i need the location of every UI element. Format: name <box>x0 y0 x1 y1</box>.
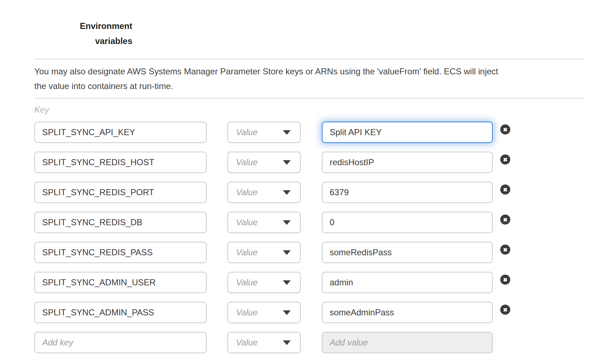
value-input[interactable] <box>322 212 493 233</box>
chevron-down-icon <box>283 160 291 165</box>
env-var-row: Value <box>34 332 600 353</box>
env-var-row: Value ✖ <box>34 302 600 323</box>
type-dropdown-label: Value <box>236 187 258 197</box>
remove-row-button[interactable]: ✖ <box>500 305 510 315</box>
type-dropdown-label: Value <box>236 217 258 227</box>
env-var-row: Value ✖ <box>34 242 600 263</box>
remove-row-button[interactable]: ✖ <box>500 124 510 134</box>
env-var-row: Value ✖ <box>34 182 600 203</box>
remove-row-button[interactable]: ✖ <box>500 215 510 225</box>
type-dropdown-label: Value <box>236 277 258 287</box>
type-dropdown[interactable]: Value <box>227 122 301 143</box>
remove-row-button[interactable]: ✖ <box>500 154 510 164</box>
key-input[interactable] <box>34 242 207 263</box>
add-value-input <box>322 332 493 353</box>
env-var-row: Value ✖ <box>34 152 600 173</box>
key-input[interactable] <box>34 212 207 233</box>
key-input[interactable] <box>34 182 207 203</box>
chevron-down-icon <box>283 310 291 315</box>
x-circle-icon: ✖ <box>503 277 508 282</box>
type-dropdown[interactable]: Value <box>227 242 301 263</box>
env-var-row: Value ✖ <box>34 122 600 143</box>
description-line-1: You may also designate AWS Systems Manag… <box>34 64 585 79</box>
x-circle-icon: ✖ <box>503 217 508 222</box>
value-input[interactable] <box>322 122 493 143</box>
type-dropdown-label: Value <box>236 157 258 167</box>
type-dropdown-label: Value <box>236 338 258 348</box>
section-description: You may also designate AWS Systems Manag… <box>34 64 585 93</box>
type-dropdown[interactable]: Value <box>227 182 301 203</box>
value-input[interactable] <box>322 152 493 173</box>
type-dropdown[interactable]: Value <box>227 212 301 233</box>
type-dropdown[interactable]: Value <box>227 302 301 323</box>
type-dropdown-label: Value <box>236 247 258 257</box>
key-input[interactable] <box>34 152 207 173</box>
x-circle-icon: ✖ <box>503 247 508 252</box>
value-input[interactable] <box>322 182 493 203</box>
type-dropdown[interactable]: Value <box>227 272 301 293</box>
env-var-rows: Value ✖ Value ✖ Value ✖ Value ✖ <box>34 122 600 353</box>
env-var-row: Value ✖ <box>34 272 600 293</box>
key-input[interactable] <box>34 302 207 323</box>
env-var-row: Value ✖ <box>34 212 600 233</box>
add-key-input[interactable] <box>34 332 207 353</box>
key-input[interactable] <box>34 272 207 293</box>
type-dropdown[interactable]: Value <box>227 332 301 353</box>
chevron-down-icon <box>283 280 291 285</box>
x-circle-icon: ✖ <box>503 187 508 192</box>
x-circle-icon: ✖ <box>503 127 508 132</box>
value-input[interactable] <box>322 272 493 293</box>
type-dropdown-label: Value <box>236 127 258 137</box>
description-line-2: the value into containers at run-time. <box>34 79 585 93</box>
chevron-down-icon <box>283 190 291 195</box>
divider-top <box>34 59 585 59</box>
remove-row-button[interactable]: ✖ <box>500 245 510 255</box>
key-column-header: Key <box>34 104 600 115</box>
key-input[interactable] <box>34 122 207 143</box>
chevron-down-icon <box>283 250 291 255</box>
chevron-down-icon <box>283 340 291 345</box>
x-circle-icon: ✖ <box>503 307 508 313</box>
remove-row-button[interactable]: ✖ <box>500 275 510 285</box>
type-dropdown-label: Value <box>236 308 258 318</box>
environment-variables-section: Environment variables You may also desig… <box>0 19 600 353</box>
type-dropdown[interactable]: Value <box>227 152 301 173</box>
x-circle-icon: ✖ <box>503 157 508 162</box>
remove-row-button[interactable]: ✖ <box>500 185 510 195</box>
value-input[interactable] <box>322 302 493 323</box>
divider-bottom <box>34 98 585 99</box>
section-title: Environment variables <box>34 19 132 49</box>
chevron-down-icon <box>283 220 291 225</box>
value-input[interactable] <box>322 242 493 263</box>
chevron-down-icon <box>283 130 291 135</box>
